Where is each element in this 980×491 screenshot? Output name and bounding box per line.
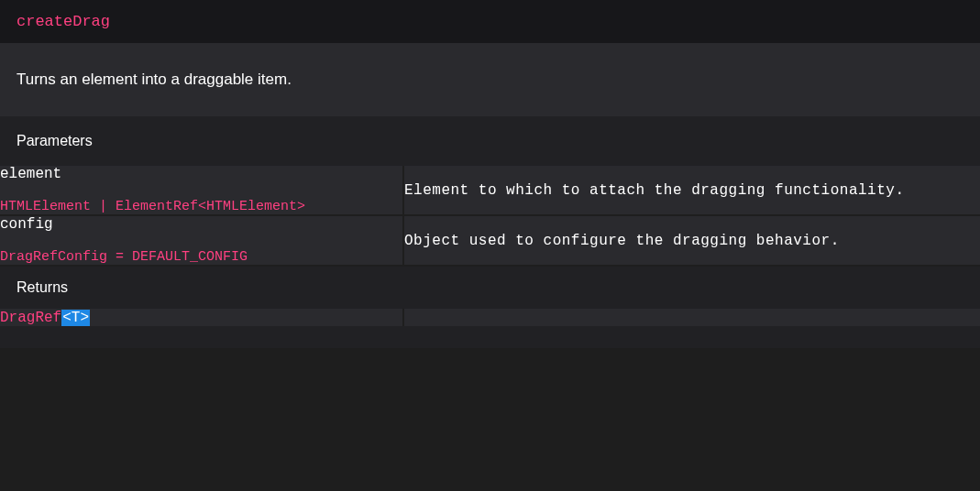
parameter-name-cell: element HTMLElement | ElementRef<HTMLEle… (0, 166, 403, 215)
parameter-name: element (0, 166, 402, 182)
method-description: Turns an element into a draggable item. (0, 43, 980, 116)
parameter-description: Object used to configure the dragging be… (403, 215, 980, 266)
parameter-name-cell: config DragRefConfig = DEFAULT_CONFIG (0, 215, 403, 266)
returns-type-generic: <T> (61, 310, 90, 326)
returns-type-cell: DragRef<T> (0, 309, 403, 326)
parameter-row: element HTMLElement | ElementRef<HTMLEle… (0, 166, 980, 215)
parameter-type: HTMLElement | ElementRef<HTMLElement> (0, 199, 402, 214)
parameter-type: DragRefConfig = DEFAULT_CONFIG (0, 249, 402, 265)
method-name: createDrag (17, 13, 110, 30)
parameter-description: Element to which to attach the dragging … (403, 166, 980, 215)
parameter-name: config (0, 216, 402, 233)
returns-header: Returns (0, 267, 980, 309)
parameter-row: config DragRefConfig = DEFAULT_CONFIG Ob… (0, 215, 980, 266)
bottom-bar (0, 326, 980, 348)
parameters-table: element HTMLElement | ElementRef<HTMLEle… (0, 166, 980, 267)
returns-type-prefix: DragRef (0, 310, 61, 326)
returns-row: DragRef<T> (0, 309, 980, 326)
returns-description-cell (403, 309, 980, 326)
parameters-header: Parameters (0, 116, 980, 166)
method-header: createDrag (0, 0, 980, 43)
returns-table: DragRef<T> (0, 309, 980, 326)
